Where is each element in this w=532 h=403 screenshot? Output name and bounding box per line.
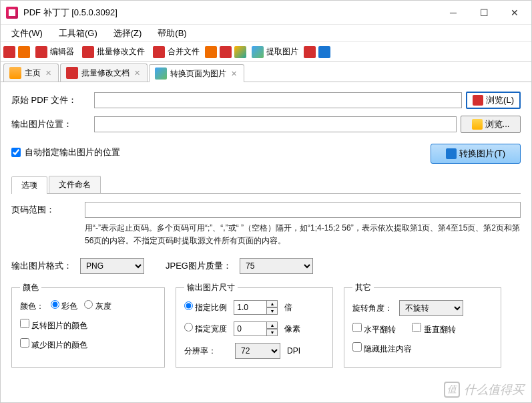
size-group: 输出图片尺寸 指定比例 ▲▼ 倍 指定宽度 ▲▼ 像素 分辨率： 72 DPI xyxy=(176,282,333,368)
color-group: 颜色 颜色： 彩色 灰度 反转图片的颜色 减少图片的颜色 xyxy=(11,282,165,368)
disk-icon xyxy=(446,148,457,159)
menu-select[interactable]: 选择(Z) xyxy=(105,25,150,41)
width-input[interactable]: ▲▼ xyxy=(234,321,278,336)
width-radio[interactable]: 指定宽度 xyxy=(184,323,227,335)
menu-help[interactable]: 帮助(B) xyxy=(150,25,194,41)
page-range-help: 用“-”表示起止页码。多个页码可用“;”、“,”或“ ”（空格）隔开，如“1;4… xyxy=(85,222,521,247)
tab-convert-image[interactable]: 转换页面为图片 ✕ xyxy=(149,64,244,82)
home-icon xyxy=(9,67,21,79)
page-range-input[interactable] xyxy=(85,202,521,218)
content-area: 原始 PDF 文件： 浏览(L) 输出图片位置： 浏览... 自动指定输出图片的… xyxy=(1,82,531,377)
menu-file[interactable]: 文件(W) xyxy=(3,25,51,41)
browse-output-button[interactable]: 浏览... xyxy=(461,116,521,133)
output-path-input[interactable] xyxy=(94,116,457,132)
jpeg-quality-label: JPEG图片质量： xyxy=(166,260,232,272)
color-gray-radio[interactable]: 灰度 xyxy=(84,300,111,312)
page-range-label: 页码范围： xyxy=(11,204,78,216)
maximize-button[interactable]: ☐ xyxy=(469,1,499,25)
pdf-icon xyxy=(66,67,78,79)
toolbar-icon[interactable] xyxy=(304,46,316,58)
hide-annot-checkbox[interactable]: 隐藏批注内容 xyxy=(352,342,412,355)
output-path-label: 输出图片位置： xyxy=(11,118,90,130)
toolbar-icon[interactable] xyxy=(318,46,330,58)
toolbar-extract-img[interactable]: 提取图片 xyxy=(249,45,301,59)
output-format-select[interactable]: PNG xyxy=(80,258,144,274)
menubar: 文件(W) 工具箱(G) 选择(Z) 帮助(B) xyxy=(1,25,531,42)
menu-toolbox[interactable]: 工具箱(G) xyxy=(51,25,105,41)
watermark: 值 什么值得买 xyxy=(444,382,524,398)
auto-locate-checkbox[interactable]: 自动指定输出图片的位置 xyxy=(11,146,120,158)
titlebar: PDF 补丁丁 [0.5.0.3092] ─ ☐ ✕ xyxy=(1,1,531,25)
toolbar-icon[interactable] xyxy=(3,46,15,58)
toolbar-icon[interactable] xyxy=(234,46,246,58)
app-icon xyxy=(6,7,18,19)
pdf-icon xyxy=(35,46,47,58)
toolbar-icon[interactable] xyxy=(205,46,217,58)
options-tabs: 选项 文件命名 xyxy=(11,176,521,194)
ratio-radio[interactable]: 指定比例 xyxy=(184,301,227,313)
toolbar-merge[interactable]: 合并文件 xyxy=(150,45,202,59)
tab-close-icon[interactable]: ✕ xyxy=(44,69,53,78)
toolbar-batch-edit[interactable]: 批量修改文件 xyxy=(79,45,148,59)
browse-source-button[interactable]: 浏览(L) xyxy=(466,92,521,109)
flip-v-checkbox[interactable]: 垂直翻转 xyxy=(412,323,455,335)
close-button[interactable]: ✕ xyxy=(499,1,530,25)
flip-h-checkbox[interactable]: 水平翻转 xyxy=(352,323,396,335)
toolbar-editor[interactable]: 编辑器 xyxy=(33,45,77,59)
invert-color-checkbox[interactable]: 反转图片的颜色 xyxy=(20,319,87,331)
subtab-options[interactable]: 选项 xyxy=(11,176,47,194)
watermark-icon: 值 xyxy=(444,382,460,398)
reduce-color-checkbox[interactable]: 减少图片的颜色 xyxy=(20,338,87,351)
ratio-input[interactable]: ▲▼ xyxy=(234,300,278,315)
rotate-select[interactable]: 不旋转 xyxy=(399,300,463,316)
output-format-label: 输出图片格式： xyxy=(11,260,72,272)
tab-batch-edit[interactable]: 批量修改文档 ✕ xyxy=(60,63,148,82)
image-icon xyxy=(155,68,167,80)
toolbar: 编辑器 批量修改文件 合并文件 提取图片 xyxy=(1,42,531,62)
document-tabs: 主页 ✕ 批量修改文档 ✕ 转换页面为图片 ✕ xyxy=(1,62,531,82)
tab-close-icon[interactable]: ✕ xyxy=(230,70,238,78)
subtab-naming[interactable]: 文件命名 xyxy=(49,176,101,193)
pdf-icon xyxy=(153,46,165,58)
minimize-button[interactable]: ─ xyxy=(438,1,469,25)
source-pdf-input[interactable] xyxy=(94,92,462,108)
toolbar-icon[interactable] xyxy=(220,46,232,58)
window-title: PDF 补丁丁 [0.5.0.3092] xyxy=(23,7,438,19)
tab-close-icon[interactable]: ✕ xyxy=(133,69,142,78)
folder-icon xyxy=(472,119,483,130)
jpeg-quality-select[interactable]: 75 xyxy=(240,258,313,274)
image-icon xyxy=(252,46,264,58)
color-colorful-radio[interactable]: 彩色 xyxy=(51,300,77,312)
tab-home[interactable]: 主页 ✕ xyxy=(3,63,59,82)
other-group: 其它 旋转角度： 不旋转 水平翻转 垂直翻转 隐藏批注内容 xyxy=(344,282,501,368)
source-pdf-label: 原始 PDF 文件： xyxy=(11,94,90,106)
pdf-icon xyxy=(82,46,94,58)
toolbar-icon[interactable] xyxy=(18,46,30,58)
dpi-select[interactable]: 72 xyxy=(235,343,280,359)
convert-button[interactable]: 转换图片(T) xyxy=(431,144,521,164)
pdf-icon xyxy=(473,95,483,106)
